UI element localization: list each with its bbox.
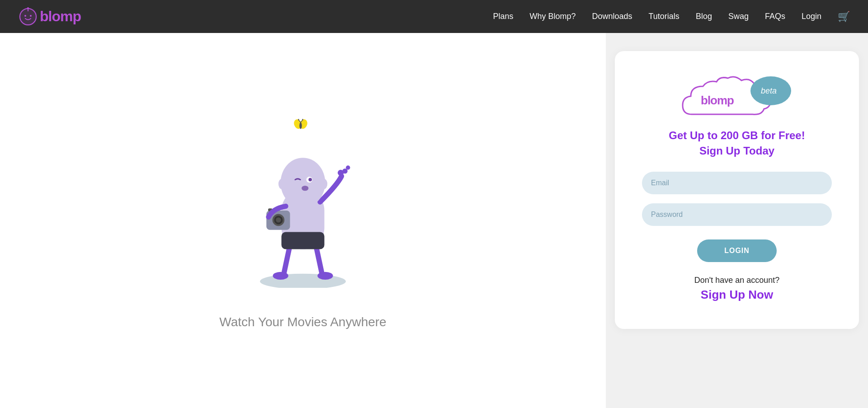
password-field-container [642,203,832,226]
nav-why-blomp[interactable]: Why Blomp? [529,12,576,21]
svg-point-30 [308,178,312,182]
card-headline: Get Up to 200 GB for Free! Sign Up Today [669,128,805,158]
tagline: Watch Your Movies Anywhere [219,315,386,329]
signup-link[interactable]: Sign Up Now [701,288,773,302]
svg-point-31 [302,186,308,191]
nav-blog[interactable]: Blog [696,12,712,21]
navbar: blomp Plans Why Blomp? Downloads Tutoria… [0,0,868,33]
svg-text:blomp: blomp [701,94,734,107]
email-field-container [642,172,832,194]
left-panel: Watch Your Movies Anywhere [0,33,606,408]
svg-point-32 [278,179,285,189]
main-content: Watch Your Movies Anywhere blomp beta Ge… [0,33,868,408]
card-cloud-logo: blomp beta [678,74,796,128]
nav-faqs[interactable]: FAQs [765,12,785,21]
login-card: blomp beta Get Up to 200 GB for Free! Si… [615,51,859,329]
nav-downloads[interactable]: Downloads [592,12,632,21]
nav-swag[interactable]: Swag [728,12,749,21]
svg-point-2 [24,15,26,17]
svg-point-3 [30,15,32,17]
mascot-svg [240,116,366,288]
nav-list: Plans Why Blomp? Downloads Tutorials Blo… [493,11,850,23]
email-input[interactable] [642,172,832,194]
mascot-container [226,112,380,301]
svg-rect-19 [282,232,325,249]
svg-point-5 [27,7,29,9]
no-account-text: Don't have an account? [694,276,780,285]
svg-point-15 [273,272,288,280]
logo-icon [18,7,38,27]
svg-point-27 [346,165,350,170]
svg-text:beta: beta [761,86,777,95]
password-input[interactable] [642,203,832,226]
svg-point-17 [317,272,333,280]
nav-plans[interactable]: Plans [493,12,513,21]
svg-line-14 [283,245,290,275]
svg-point-13 [260,274,346,288]
svg-point-28 [281,158,326,207]
right-panel: blomp beta Get Up to 200 GB for Free! Si… [606,33,868,408]
nav-login[interactable]: Login [802,12,821,21]
svg-line-16 [316,245,322,275]
svg-point-23 [276,217,281,222]
svg-point-33 [321,179,327,189]
cart-icon[interactable]: 🛒 [838,11,850,22]
nav-tutorials[interactable]: Tutorials [649,12,679,21]
logo-link[interactable]: blomp [18,7,81,27]
logo-text: blomp [40,8,81,25]
login-button[interactable]: LOGIN [697,239,777,262]
